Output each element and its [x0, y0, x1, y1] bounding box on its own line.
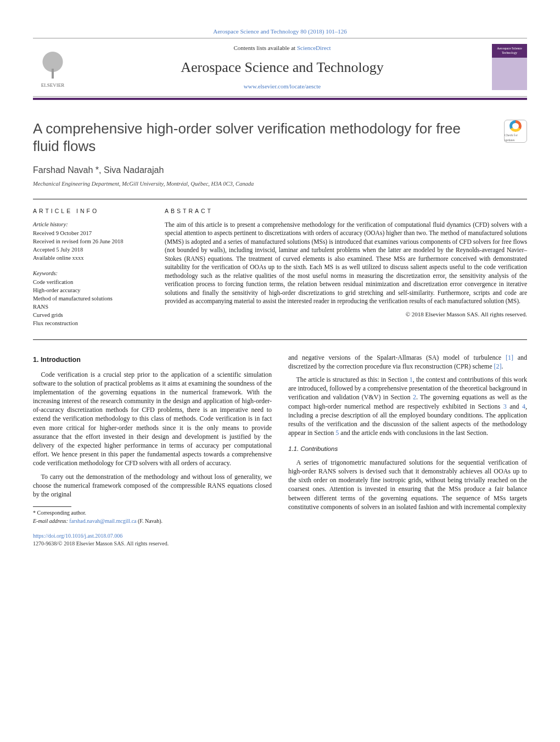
- email-person: (F. Navah).: [137, 518, 163, 524]
- email-label: E-mail address:: [33, 518, 68, 524]
- journal-header-band: ELSEVIER Contents lists available at Sci…: [33, 38, 527, 97]
- keywords-label: Keywords:: [33, 270, 148, 277]
- text-run: and: [507, 403, 522, 410]
- author-email-link[interactable]: farshad.navah@mail.mcgill.ca: [69, 518, 136, 524]
- article-title: A comprehensive high-order solver verifi…: [33, 120, 472, 155]
- citation-link[interactable]: [1]: [506, 354, 513, 361]
- body-columns: 1. Introduction Code verification is a c…: [33, 353, 527, 525]
- divider: [33, 339, 527, 340]
- history-line: Accepted 5 July 2018: [33, 246, 148, 254]
- subsection-heading: 1.1. Contributions: [288, 445, 527, 454]
- page-footer: https://doi.org/10.1016/j.ast.2018.07.00…: [33, 532, 527, 547]
- text-run: and negative versions of the Spalart-All…: [288, 354, 506, 361]
- journal-citation: Aerospace Science and Technology 80 (201…: [33, 27, 527, 36]
- history-line: Received 9 October 2017: [33, 230, 148, 237]
- body-paragraph: The article is structured as this: in Se…: [288, 375, 527, 437]
- corresponding-author-note: * Corresponding author.: [33, 509, 272, 517]
- history-line: Received in revised form 26 June 2018: [33, 238, 148, 246]
- authors: Farshad Navah *, Siva Nadarajah: [33, 164, 527, 176]
- article-info-heading: ARTICLE INFO: [33, 207, 148, 215]
- cover-label: Aerospace Science Technology: [494, 46, 525, 55]
- footnote-separator: [33, 506, 71, 507]
- keyword: Curved grids: [33, 311, 148, 319]
- text-run: and the article ends with conclusions in…: [339, 429, 488, 437]
- article-info-block: ARTICLE INFO Article history: Received 9…: [33, 207, 148, 328]
- keyword: Method of manufactured solutions: [33, 295, 148, 303]
- contents-prefix: Contents lists available at: [233, 44, 296, 51]
- crossmark-label: Check for updates: [505, 133, 527, 142]
- publisher-name: ELSEVIER: [41, 82, 65, 88]
- crossmark-badge[interactable]: Check for updates: [504, 120, 527, 143]
- keyword: RANS: [33, 303, 148, 311]
- journal-cover-thumb: Aerospace Science Technology: [492, 44, 527, 90]
- abstract-copyright: © 2018 Elsevier Masson SAS. All rights r…: [165, 310, 527, 319]
- journal-homepage-link[interactable]: www.elsevier.com/locate/aescte: [72, 82, 492, 91]
- abstract-text: The aim of this article is to present a …: [165, 221, 527, 306]
- body-paragraph: and negative versions of the Spalart-All…: [288, 353, 527, 371]
- crossmark-icon: [509, 120, 522, 132]
- divider: [33, 199, 527, 199]
- sciencedirect-link[interactable]: ScienceDirect: [297, 44, 331, 51]
- body-paragraph: A series of trigonometric manufactured s…: [288, 458, 527, 511]
- section-heading: 1. Introduction: [33, 355, 272, 365]
- issn-copyright: 1270-9638/© 2018 Elsevier Masson SAS. Al…: [33, 540, 527, 548]
- keyword: High-order accuracy: [33, 287, 148, 294]
- accent-bar: [33, 98, 527, 100]
- text-run: .: [502, 362, 503, 370]
- affiliation: Mechanical Engineering Department, McGil…: [33, 180, 527, 188]
- abstract-block: ABSTRACT The aim of this article is to p…: [165, 207, 527, 328]
- body-paragraph: To carry out the demonstration of the me…: [33, 472, 272, 499]
- keyword: Code verification: [33, 278, 148, 286]
- history-line: Available online xxxx: [33, 254, 148, 262]
- footnotes: * Corresponding author. E-mail address: …: [33, 509, 272, 525]
- doi-link[interactable]: https://doi.org/10.1016/j.ast.2018.07.00…: [33, 533, 122, 539]
- elsevier-logo: ELSEVIER: [33, 46, 72, 88]
- contents-line: Contents lists available at ScienceDirec…: [72, 44, 492, 52]
- history-label: Article history:: [33, 221, 148, 228]
- journal-name: Aerospace Science and Technology: [72, 58, 492, 77]
- text-run: The article is structured as this: in Se…: [296, 376, 409, 383]
- body-paragraph: Code verification is a crucial step prio…: [33, 370, 272, 468]
- citation-link[interactable]: [2]: [494, 362, 502, 370]
- abstract-heading: ABSTRACT: [165, 207, 527, 215]
- keyword: Flux reconstruction: [33, 320, 148, 327]
- tree-icon: [37, 51, 68, 82]
